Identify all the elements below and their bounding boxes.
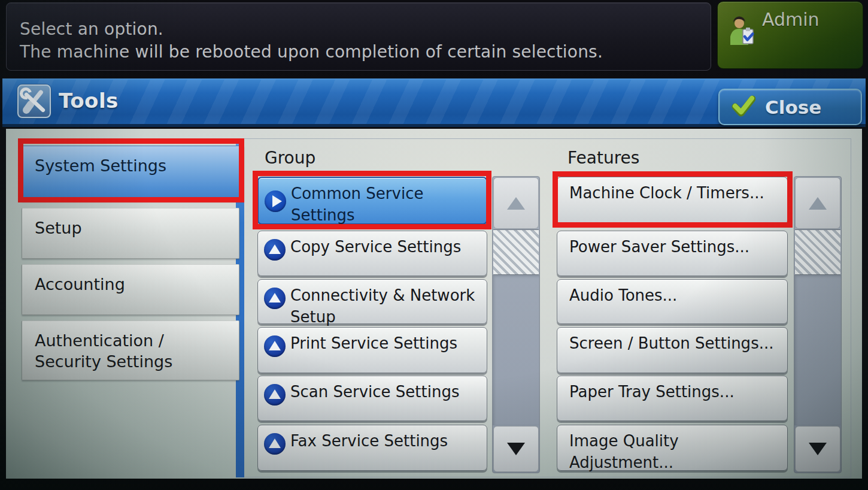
feature-item-image-quality-adjustment[interactable]: Image Quality Adjustment... [557,425,788,471]
features-column-header: Features [567,148,639,168]
feature-item-label: Image Quality Adjustment... [569,432,679,471]
admin-label: Admin [762,9,820,30]
arrow-right-circle-icon [265,190,286,212]
tab-label: Authentication / Security Settings [35,331,172,371]
feature-item-paper-tray-settings[interactable]: Paper Tray Settings... [557,376,788,421]
status-line-2: The machine will be rebooted upon comple… [20,41,711,63]
group-item-scan-service-settings[interactable]: Scan Service Settings [257,376,487,421]
arrow-up-circle-icon [264,433,286,455]
group-item-label: Print Service Settings [290,334,457,352]
sidebar-tab-setup[interactable]: Setup [22,208,239,259]
tab-label: Accounting [35,275,125,294]
group-column-header: Group [265,148,315,168]
group-item-label: Fax Service Settings [290,432,448,450]
sidebar-tab-authentication-security[interactable]: Authentication / Security Settings [22,320,239,380]
group-item-label: Common Service Settings [291,184,423,224]
tab-label: Setup [35,219,82,237]
admin-user-icon [727,15,756,47]
feature-item-label: Screen / Button Settings... [569,334,773,352]
close-label: Close [765,96,821,118]
feature-item-label: Machine Clock / Timers... [569,184,764,202]
features-scroll-up-button[interactable] [795,177,840,229]
group-scrollbar[interactable] [492,176,540,473]
feature-item-audio-tones[interactable]: Audio Tones... [557,279,788,324]
page-title: Tools [59,89,119,113]
group-scroll-up-button[interactable] [493,177,539,229]
admin-button[interactable]: Admin [717,1,863,69]
feature-item-power-saver-settings[interactable]: Power Saver Settings... [557,231,788,276]
arrow-up-circle-icon [264,288,286,309]
content-area: System Settings Setup Accounting Authent… [6,129,862,479]
group-scrollbar-thumb[interactable] [493,229,539,275]
feature-item-screen-button-settings[interactable]: Screen / Button Settings... [557,327,788,373]
feature-item-label: Power Saver Settings... [569,238,749,256]
group-scroll-down-button[interactable] [493,426,539,472]
group-item-copy-service-settings[interactable]: Copy Service Settings [257,231,487,276]
tools-icon [17,84,51,118]
group-scrollbar-track[interactable] [493,275,539,425]
group-item-label: Scan Service Settings [290,383,459,401]
features-scrollbar-track[interactable] [794,275,841,425]
arrow-up-circle-icon [264,335,286,357]
group-item-print-service-settings[interactable]: Print Service Settings [257,327,487,373]
arrow-up-circle-icon [264,384,286,406]
device-screen: Select an option. The machine will be re… [0,0,868,490]
group-item-connectivity-network-setup[interactable]: Connectivity & Network Setup [257,279,487,324]
feature-item-label: Paper Tray Settings... [569,383,735,401]
feature-item-label: Audio Tones... [569,286,677,304]
close-button[interactable]: Close [718,89,862,125]
features-scrollbar[interactable] [794,176,842,473]
tab-label: System Settings [35,156,166,175]
triangle-up-icon [809,197,827,210]
arrow-up-circle-icon [264,239,286,261]
triangle-down-icon [809,443,827,455]
features-scroll-down-button[interactable] [795,426,840,472]
status-line-1: Select an option. [20,18,711,41]
triangle-up-icon [507,197,525,210]
sidebar-tab-accounting[interactable]: Accounting [22,264,239,315]
check-icon [732,95,755,119]
triangle-down-icon [507,443,525,455]
feature-item-machine-clock-timers[interactable]: Machine Clock / Timers... [557,177,788,225]
tools-header-bar: Tools Close [2,78,866,127]
sidebar-tab-system-settings[interactable]: System Settings [22,146,244,201]
group-item-label: Copy Service Settings [290,238,461,256]
group-item-label: Connectivity & Network Setup [290,286,475,326]
group-item-common-service-settings[interactable]: Common Service Settings [257,177,487,225]
features-scrollbar-thumb[interactable] [795,229,840,275]
group-item-fax-service-settings[interactable]: Fax Service Settings [257,425,487,471]
status-message-bar: Select an option. The machine will be re… [6,2,711,71]
